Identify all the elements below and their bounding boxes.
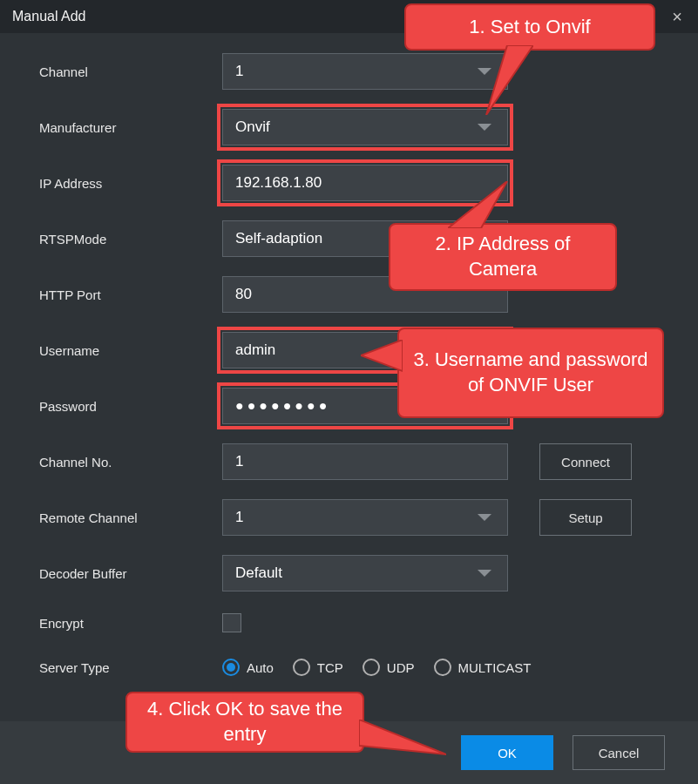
input-channel-no[interactable] [222,443,508,480]
radio-udp[interactable]: UDP [363,659,415,676]
row-remote-channel: Remote Channel 1 Setup [39,498,663,537]
ok-button[interactable]: OK [461,735,553,770]
callout-4-text: 4. Click OK to save the entry [139,697,350,747]
row-server-type: Server Type Auto TCP UDP MULTICAST [39,648,663,686]
callout-1: 1. Set to Onvif [404,3,655,51]
row-decoder-buffer: Decoder Buffer Default [39,554,663,592]
label-ip: IP Address [39,176,222,191]
callout-3-text: 3. Username and password of ONVIF User [411,348,650,397]
radio-label-auto: Auto [247,660,274,675]
select-channel[interactable]: 1 [222,53,508,90]
row-manufacturer: Manufacturer Onvif [39,108,663,146]
callout-4: 4. Click OK to save the entry [125,692,364,753]
label-encrypt: Encrypt [39,616,222,631]
callout-2: 2. IP Address of Camera [389,223,617,291]
label-decoder-buffer: Decoder Buffer [39,566,222,581]
select-decoder-value: Default [235,564,282,582]
select-manufacturer[interactable]: Onvif [222,109,508,145]
label-server-type: Server Type [39,660,222,675]
checkbox-encrypt[interactable] [222,613,241,632]
cancel-button[interactable]: Cancel [573,735,665,770]
radio-icon [293,659,310,676]
row-channel-no: Channel No. Connect [39,443,663,481]
label-channel: Channel [39,64,222,79]
password-dots: ●●●●●●●● [235,398,330,414]
chevron-down-icon [478,124,491,131]
radio-multicast[interactable]: MULTICAST [434,659,532,676]
select-remote-channel[interactable]: 1 [222,499,508,536]
label-remote-channel: Remote Channel [39,510,222,525]
chevron-down-icon [478,570,491,577]
radio-auto[interactable]: Auto [222,659,274,676]
radio-tcp[interactable]: TCP [293,659,343,676]
setup-button[interactable]: Setup [539,499,632,536]
label-rtsp: RTSPMode [39,232,222,247]
select-channel-value: 1 [235,63,243,80]
row-encrypt: Encrypt [39,610,663,636]
input-ip-address[interactable] [222,165,508,201]
callout-1-text: 1. Set to Onvif [469,15,590,40]
callout-3: 3. Username and password of ONVIF User [397,328,664,418]
row-ip: IP Address [39,164,663,202]
label-password: Password [39,399,222,414]
radio-label-tcp: TCP [317,660,343,675]
server-type-radios: Auto TCP UDP MULTICAST [222,659,531,676]
dialog-title: Manual Add [12,9,86,24]
row-channel: Channel 1 [39,52,663,91]
chevron-down-icon [478,68,491,75]
radio-label-multicast: MULTICAST [458,660,532,675]
radio-icon [363,659,380,676]
label-manufacturer: Manufacturer [39,120,222,135]
label-http: HTTP Port [39,287,222,302]
chevron-down-icon [478,514,491,521]
select-remote-value: 1 [235,509,243,526]
radio-icon [434,659,451,676]
label-username: Username [39,343,222,358]
select-decoder-buffer[interactable]: Default [222,555,508,591]
select-manufacturer-value: Onvif [235,118,270,136]
close-icon[interactable]: × [668,8,686,25]
callout-2-text: 2. IP Address of Camera [403,232,603,281]
select-rtsp-value: Self-adaption [235,230,322,247]
connect-button[interactable]: Connect [539,443,632,480]
radio-icon [222,659,240,676]
radio-label-udp: UDP [387,660,415,675]
label-channel-no: Channel No. [39,455,222,470]
